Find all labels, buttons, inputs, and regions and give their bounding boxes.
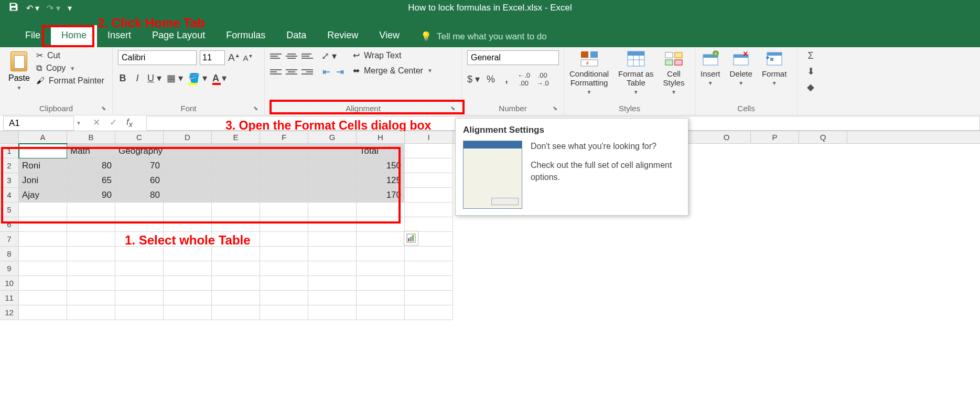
cell[interactable]	[67, 232, 115, 247]
cell[interactable]	[308, 261, 357, 276]
cell[interactable]	[260, 173, 308, 188]
cell[interactable]	[19, 247, 67, 261]
cell[interactable]	[212, 158, 260, 173]
comma-button[interactable]: ,	[502, 74, 511, 85]
row-header[interactable]: 12	[0, 305, 19, 320]
cell[interactable]	[357, 291, 405, 305]
cell[interactable]	[164, 173, 212, 188]
clear-icon[interactable]: ◆	[807, 81, 814, 93]
decrease-font-icon[interactable]: A▼	[243, 54, 253, 62]
cell[interactable]	[164, 158, 212, 173]
font-name-select[interactable]	[118, 50, 197, 65]
cell[interactable]	[212, 217, 260, 232]
cell[interactable]	[260, 305, 308, 320]
tab-view[interactable]: View	[369, 25, 410, 47]
row-header[interactable]: 6	[0, 217, 19, 232]
dialog-launcher-icon[interactable]: ⬊	[553, 105, 557, 112]
decrease-indent-button[interactable]: ⇤	[321, 66, 331, 78]
cell[interactable]	[19, 291, 67, 305]
cell[interactable]	[164, 203, 212, 217]
cell[interactable]	[308, 291, 357, 305]
bold-button[interactable]: B	[118, 73, 127, 84]
cell[interactable]	[212, 144, 260, 158]
format-as-table-button[interactable]: Format as Table▼	[618, 50, 654, 95]
increase-decimal-button[interactable]: ←.0.00	[518, 71, 530, 87]
tell-me-search[interactable]: 💡 Tell me what you want to do	[421, 31, 547, 42]
row-header[interactable]: 9	[0, 261, 19, 276]
cell[interactable]	[405, 188, 453, 203]
cell[interactable]: Joni	[19, 173, 67, 188]
fx-icon[interactable]: fx	[126, 117, 133, 129]
align-bottom-button[interactable]	[301, 51, 313, 61]
cell[interactable]	[115, 217, 164, 232]
cell[interactable]: 125	[357, 173, 405, 188]
cell[interactable]	[19, 305, 67, 320]
fill-icon[interactable]: ⬇	[807, 66, 815, 77]
align-top-button[interactable]	[270, 51, 282, 61]
tab-review[interactable]: Review	[317, 25, 369, 47]
cell[interactable]	[260, 291, 308, 305]
wrap-text-button[interactable]: ↩Wrap Text	[353, 50, 433, 60]
cell[interactable]	[260, 276, 308, 291]
cell[interactable]: 80	[67, 158, 115, 173]
row-header[interactable]: 7	[0, 232, 19, 247]
row-header[interactable]: 11	[0, 291, 19, 305]
cell[interactable]	[164, 291, 212, 305]
cell[interactable]	[405, 276, 453, 291]
cell[interactable]	[357, 276, 405, 291]
cell[interactable]	[115, 291, 164, 305]
col-header-o[interactable]: O	[703, 131, 751, 143]
insert-cells-button[interactable]: + Insert▼	[701, 50, 720, 86]
col-header-d[interactable]: D	[164, 131, 212, 143]
fill-color-button[interactable]: 🪣 ▾	[188, 72, 207, 84]
cell[interactable]	[357, 232, 405, 247]
cell[interactable]	[357, 261, 405, 276]
cell[interactable]	[357, 217, 405, 232]
cell[interactable]	[164, 261, 212, 276]
tab-home[interactable]: Home	[51, 25, 97, 47]
row-header[interactable]: 2	[0, 158, 19, 173]
name-box[interactable]	[3, 116, 74, 131]
col-header-a[interactable]: A	[19, 131, 67, 143]
cell[interactable]	[19, 217, 67, 232]
col-header-f[interactable]: F	[260, 131, 308, 143]
namebox-dropdown-icon[interactable]: ▼	[74, 120, 83, 126]
cell[interactable]	[19, 276, 67, 291]
align-center-button[interactable]	[286, 67, 297, 77]
row-header[interactable]: 1	[0, 144, 19, 158]
cell[interactable]: 90	[67, 188, 115, 203]
cell[interactable]	[308, 232, 357, 247]
cell[interactable]	[308, 173, 357, 188]
align-middle-button[interactable]	[286, 51, 297, 61]
cell[interactable]	[308, 276, 357, 291]
cell[interactable]	[260, 158, 308, 173]
delete-cells-button[interactable]: × Delete▼	[730, 50, 752, 86]
cell[interactable]	[405, 305, 453, 320]
cell[interactable]	[260, 188, 308, 203]
cell[interactable]	[260, 144, 308, 158]
col-header-p[interactable]: P	[751, 131, 799, 143]
cell[interactable]: 70	[115, 158, 164, 173]
tab-formulas[interactable]: Formulas	[216, 25, 276, 47]
cell[interactable]	[212, 247, 260, 261]
cell[interactable]	[308, 305, 357, 320]
cell[interactable]	[67, 261, 115, 276]
align-left-button[interactable]	[270, 67, 282, 77]
cell[interactable]	[212, 276, 260, 291]
cell[interactable]	[357, 305, 405, 320]
conditional-formatting-button[interactable]: ≠ Conditional Formatting▼	[569, 50, 609, 95]
cell[interactable]: 150	[357, 158, 405, 173]
cell[interactable]	[164, 144, 212, 158]
cell[interactable]	[164, 305, 212, 320]
autosum-icon[interactable]: Σ	[807, 50, 813, 61]
cell[interactable]	[260, 232, 308, 247]
cell[interactable]	[308, 217, 357, 232]
increase-font-icon[interactable]: A▲	[228, 52, 240, 63]
cell[interactable]	[19, 203, 67, 217]
col-header-e[interactable]: E	[212, 131, 260, 143]
col-header-h[interactable]: H	[357, 131, 405, 143]
cell[interactable]	[405, 261, 453, 276]
cell[interactable]	[405, 144, 453, 158]
cell[interactable]	[164, 188, 212, 203]
cell[interactable]	[260, 261, 308, 276]
